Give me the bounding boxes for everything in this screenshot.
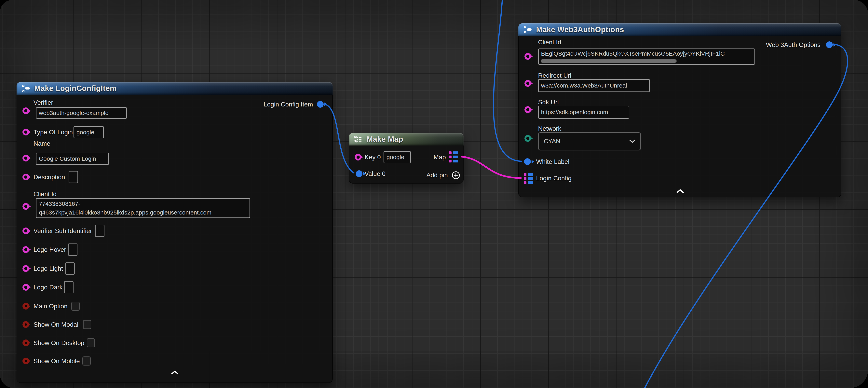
pin-label-show-on-desktop: Show On Desktop — [33, 339, 84, 347]
pin-logo-hover[interactable] — [23, 246, 29, 253]
node-make-login-config-item[interactable]: Make LoginConfigItem Verifier web3auth-g… — [17, 82, 333, 383]
pin-label-sdk-url: Sdk Url — [538, 98, 559, 106]
pin-value-0[interactable] — [356, 170, 363, 177]
pin-network[interactable] — [524, 135, 531, 142]
pin-label-key-0: Key 0 — [365, 154, 381, 161]
chevron-down-icon — [629, 140, 635, 143]
make-struct-icon — [21, 84, 30, 93]
add-pin-button[interactable] — [452, 171, 460, 180]
pin-label-client-id: Client Id — [33, 190, 57, 198]
pin-label-client-id: Client Id — [538, 39, 561, 46]
make-struct-icon — [523, 25, 532, 34]
pin-description[interactable] — [23, 174, 29, 180]
field-verifier-sub-identifier[interactable] — [95, 225, 104, 237]
pin-label-value-0: Value 0 — [365, 170, 385, 177]
pin-label-redirect-url: Redirect Url — [538, 72, 571, 79]
node-header[interactable]: Make LoginConfigItem — [17, 82, 333, 95]
horizontal-scrollbar[interactable] — [540, 59, 677, 63]
make-map-icon — [353, 135, 363, 144]
pin-label-show-on-modal: Show On Modal — [33, 321, 79, 328]
network-dropdown-value: CYAN — [544, 138, 560, 145]
collapse-node-button[interactable] — [676, 189, 684, 194]
pin-client-id[interactable] — [23, 203, 29, 210]
field-logo-light[interactable] — [65, 262, 75, 275]
field-description[interactable] — [69, 171, 78, 183]
field-type-of-login[interactable]: google — [73, 126, 104, 138]
field-redirect-url[interactable]: w3a://com.w3a.Web3AuthUnreal — [538, 79, 650, 92]
pin-key-0[interactable] — [355, 154, 362, 160]
pin-label-description: Description — [33, 174, 65, 181]
pin-main-option[interactable] — [23, 303, 29, 309]
pin-verifier-sub-identifier[interactable] — [23, 228, 29, 234]
field-name[interactable]: Google Custom Login — [36, 153, 109, 165]
pin-show-on-mobile[interactable] — [23, 358, 29, 364]
chevron-up-icon — [171, 370, 179, 375]
node-make-web3auth-options[interactable]: Make Web3AuthOptions Client Id BEglQSgt4… — [518, 23, 841, 197]
field-sdk-url[interactable]: https://sdk.openlogin.com — [538, 106, 629, 119]
plus-circle-icon — [452, 171, 460, 180]
checkbox-show-on-desktop[interactable] — [87, 338, 95, 348]
node-title: Make LoginConfigItem — [34, 84, 117, 93]
pin-label-logo-dark: Logo Dark — [33, 284, 63, 291]
network-dropdown[interactable]: CYAN — [538, 132, 641, 150]
pin-white-label[interactable] — [524, 158, 531, 165]
node-title: Make Web3AuthOptions — [536, 25, 624, 34]
pin-map-output[interactable] — [449, 151, 458, 162]
checkbox-main-option[interactable] — [71, 302, 80, 311]
pin-label-show-on-mobile: Show On Mobile — [33, 357, 80, 365]
pin-client-id[interactable] — [524, 53, 531, 60]
node-header[interactable]: Make Map — [349, 133, 464, 146]
add-pin-label: Add pin — [426, 172, 448, 179]
pin-label-verifier: Verifier — [33, 99, 53, 106]
pin-label-network: Network — [538, 125, 561, 132]
field-logo-dark[interactable] — [64, 281, 73, 293]
pin-label-logo-light: Logo Light — [33, 265, 63, 272]
field-logo-hover[interactable] — [68, 243, 78, 256]
chevron-up-icon — [676, 189, 684, 193]
field-key-0[interactable]: google — [383, 151, 411, 163]
pin-verifier[interactable] — [23, 108, 29, 114]
pin-label-type-of-login: Type Of Login — [33, 128, 73, 136]
pin-sdk-url[interactable] — [524, 106, 531, 113]
pin-label-login-config-item: Login Config Item — [264, 101, 313, 108]
pin-login-config-item-output[interactable] — [317, 101, 323, 108]
field-client-id-text: BEglQSgt4cUWcj6SKRdu5QkOXTsePmMcusG5EAoy… — [541, 50, 725, 57]
pin-logo-dark[interactable] — [23, 284, 29, 291]
pin-label-white-label: White Label — [536, 158, 569, 166]
pin-type-of-login[interactable] — [23, 129, 29, 136]
node-title: Make Map — [367, 135, 403, 144]
pin-show-on-modal[interactable] — [23, 321, 29, 328]
pin-redirect-url[interactable] — [524, 80, 531, 87]
checkbox-show-on-mobile[interactable] — [82, 356, 91, 365]
node-header[interactable]: Make Web3AuthOptions — [518, 23, 841, 36]
wire-offscreen-to-white-label[interactable] — [494, 0, 522, 161]
pin-label-verifier-sub-identifier: Verifier Sub Identifier — [33, 227, 92, 235]
field-verifier[interactable]: web3auth-google-example — [36, 107, 127, 119]
pin-show-on-desktop[interactable] — [23, 339, 29, 346]
pin-login-config[interactable] — [524, 173, 533, 184]
checkbox-show-on-modal[interactable] — [83, 320, 91, 329]
pin-label-logo-hover: Logo Hover — [33, 246, 66, 253]
field-client-id[interactable]: 774338308167-q463s7kpvja16l4l0kko3nb925i… — [36, 198, 250, 218]
pin-label-web3auth-options: Web 3Auth Options — [766, 41, 820, 49]
pin-name[interactable] — [23, 155, 29, 161]
pin-label-name: Name — [33, 140, 50, 147]
pin-web3auth-options-output[interactable] — [826, 41, 833, 48]
pin-label-main-option: Main Option — [33, 303, 68, 310]
pin-logo-light[interactable] — [23, 265, 29, 272]
blueprint-graph-canvas[interactable]: Make LoginConfigItem Verifier web3auth-g… — [0, 0, 868, 388]
pin-label-login-config: Login Config — [536, 175, 571, 182]
pin-label-map: Map — [434, 154, 446, 161]
node-make-map[interactable]: Make Map Key 0 google Map Value 0 Add pi… — [349, 133, 464, 184]
collapse-node-button[interactable] — [171, 370, 179, 376]
field-client-id[interactable]: BEglQSgt4cUWcj6SKRdu5QkOXTsePmMcusG5EAoy… — [538, 49, 755, 65]
